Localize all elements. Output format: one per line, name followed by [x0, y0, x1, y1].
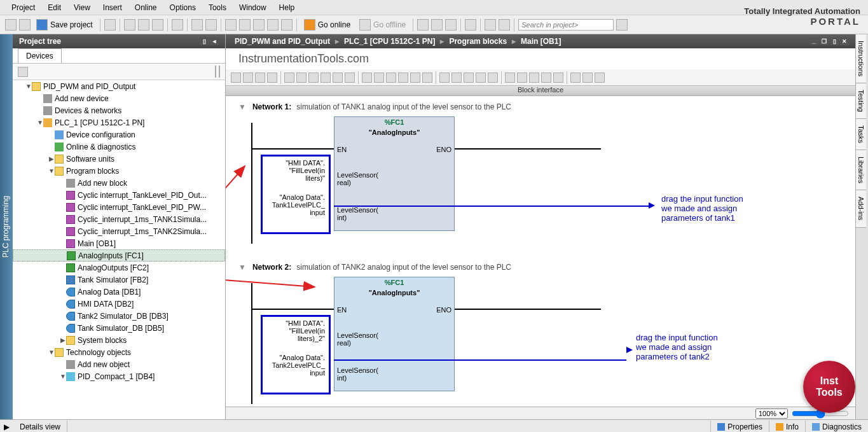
undo-icon[interactable] — [191, 19, 203, 31]
tab-instructions[interactable]: Instructions — [856, 34, 866, 83]
et-icon[interactable] — [284, 73, 294, 83]
et-icon[interactable] — [476, 73, 486, 83]
editor-window-controls[interactable]: _❐▯✕ — [809, 38, 849, 45]
et-icon[interactable] — [529, 73, 539, 83]
disconnect-icon[interactable] — [465, 19, 476, 31]
split-v-icon[interactable] — [499, 19, 510, 31]
et-icon[interactable] — [464, 73, 474, 83]
menu-edit[interactable]: Edit — [41, 3, 67, 12]
et-icon[interactable] — [267, 73, 277, 83]
tree-root[interactable]: ▼PID_PWM and PID_Output — [13, 80, 225, 92]
zoom-select[interactable]: 100% — [755, 408, 788, 419]
et-icon[interactable] — [398, 73, 408, 83]
search-icon[interactable] — [616, 19, 628, 31]
tree-program-blocks[interactable]: ▼Program blocks — [13, 165, 225, 177]
sim-icon[interactable] — [267, 19, 279, 31]
tree-block-analoginputs[interactable]: AnalogInputs [FC1] — [13, 249, 225, 261]
menu-options[interactable]: Options — [163, 3, 202, 12]
tree-view2-icon[interactable] — [219, 66, 220, 78]
tree-block-analogdata[interactable]: Analog Data [DB1] — [13, 286, 225, 298]
cut-icon[interactable] — [124, 19, 135, 31]
tree-add-block[interactable]: Add new block — [13, 177, 225, 189]
save-project-button[interactable]: Save project — [33, 17, 96, 32]
go-online-button[interactable]: Go online — [301, 17, 354, 32]
left-side-tab[interactable]: PLC programming — [0, 34, 13, 419]
et-icon[interactable] — [488, 73, 498, 83]
ladder-canvas[interactable]: ▼ Network 1:simulation of TANK1 analog i… — [226, 96, 855, 407]
upload-icon[interactable] — [239, 19, 251, 31]
tree-add-device[interactable]: Add new device — [13, 92, 225, 104]
panel-controls[interactable]: ▯◄ — [200, 38, 219, 45]
tree-block-main[interactable]: Main [OB1] — [13, 237, 225, 249]
tab-tasks[interactable]: Tasks — [856, 119, 866, 150]
et-icon[interactable] — [374, 73, 384, 83]
tree-view1-icon[interactable] — [215, 66, 216, 78]
open-project-icon[interactable] — [19, 19, 31, 31]
tree-software-units[interactable]: ▶Software units — [13, 153, 225, 165]
menu-view[interactable]: View — [67, 3, 97, 12]
start-icon[interactable] — [281, 19, 293, 31]
tree-pid-compact[interactable]: ▼PID_Compact_1 [DB4] — [13, 370, 225, 382]
et-icon[interactable] — [517, 73, 527, 83]
et-icon[interactable] — [320, 73, 331, 83]
et-icon[interactable] — [362, 73, 372, 83]
fc-block-1[interactable]: %FC1 "AnalogInputs" EN ENO LevelSensor( … — [334, 116, 455, 231]
tree-block-cyclic2[interactable]: Cyclic interrupt_TankLevel_PID_PW... — [13, 201, 225, 213]
et-icon[interactable] — [451, 73, 462, 83]
et-icon[interactable] — [541, 73, 551, 83]
redo-icon[interactable] — [205, 19, 217, 31]
tree-block-hmidata[interactable]: HMI DATA [DB2] — [13, 298, 225, 310]
tree-block-tank2sim[interactable]: Tank2 Simulator_DB [DB3] — [13, 310, 225, 322]
print-icon[interactable] — [104, 19, 116, 31]
search-input[interactable] — [518, 19, 614, 31]
et-icon[interactable] — [553, 73, 563, 83]
tab-diagnostics[interactable]: Diagnostics — [805, 421, 868, 433]
et-icon[interactable] — [308, 73, 319, 83]
et-icon[interactable] — [345, 73, 355, 83]
devices-tab[interactable]: Devices — [18, 48, 62, 63]
et-icon[interactable] — [255, 73, 265, 83]
tree-block-cyclic3[interactable]: Cyclic_interrupt_1ms_TANK1Simula... — [13, 213, 225, 225]
et-icon[interactable] — [296, 73, 307, 83]
et-icon[interactable] — [243, 73, 253, 83]
et-icon[interactable] — [231, 73, 241, 83]
et-icon[interactable] — [386, 73, 396, 83]
tree-block-cyclic1[interactable]: Cyclic interrupt_TankLevel_PID_Out... — [13, 189, 225, 201]
tab-testing[interactable]: Testing — [856, 83, 866, 119]
fc-block-2[interactable]: %FC1 "AnalogInputs" EN ENO LevelSensor( … — [334, 277, 455, 391]
et-icon[interactable] — [422, 73, 432, 83]
project-tree[interactable]: ▼PID_PWM and PID_Output Add new device D… — [13, 80, 225, 419]
et-icon[interactable] — [333, 73, 343, 83]
menu-window[interactable]: Window — [233, 3, 273, 12]
et-icon[interactable] — [582, 73, 593, 83]
paste-icon[interactable] — [152, 19, 163, 31]
menu-insert[interactable]: Insert — [97, 3, 128, 12]
go-offline-button[interactable]: Go offline — [356, 17, 409, 32]
menu-online[interactable]: Online — [128, 3, 163, 12]
et-icon[interactable] — [570, 73, 581, 83]
et-icon[interactable] — [410, 73, 420, 83]
accessible-icon[interactable] — [417, 19, 429, 31]
cross-ref-icon[interactable] — [445, 19, 457, 31]
monitor-icon[interactable] — [431, 19, 443, 31]
tree-system-blocks[interactable]: ▶System blocks — [13, 334, 225, 346]
tree-devices-networks[interactable]: Devices & networks — [13, 104, 225, 116]
compile-icon[interactable] — [253, 19, 265, 31]
tree-plc[interactable]: ▼PLC_1 [CPU 1512C-1 PN] — [13, 116, 225, 129]
new-project-icon[interactable] — [5, 19, 17, 31]
tree-device-config[interactable]: Device configuration — [13, 129, 225, 141]
details-view-label[interactable]: Details view — [13, 421, 67, 433]
tree-diagnostics[interactable]: Online & diagnostics — [13, 141, 225, 153]
tab-info[interactable]: Info — [769, 421, 805, 433]
tree-block-cyclic4[interactable]: Cyclic_interrupt_1ms_TANK2Simula... — [13, 225, 225, 237]
tab-properties[interactable]: Properties — [710, 421, 769, 433]
menu-project[interactable]: Project — [5, 3, 41, 12]
tab-addins[interactable]: Add-ins — [856, 190, 866, 227]
tree-block-analogoutputs[interactable]: AnalogOutputs [FC2] — [13, 261, 225, 274]
et-icon[interactable] — [505, 73, 515, 83]
split-h-icon[interactable] — [485, 19, 496, 31]
tab-libraries[interactable]: Libraries — [856, 150, 866, 190]
tree-tool-icon[interactable] — [18, 67, 28, 77]
delete-icon[interactable] — [172, 19, 183, 31]
tree-block-tanksimdb[interactable]: Tank Simulator_DB [DB5] — [13, 322, 225, 334]
